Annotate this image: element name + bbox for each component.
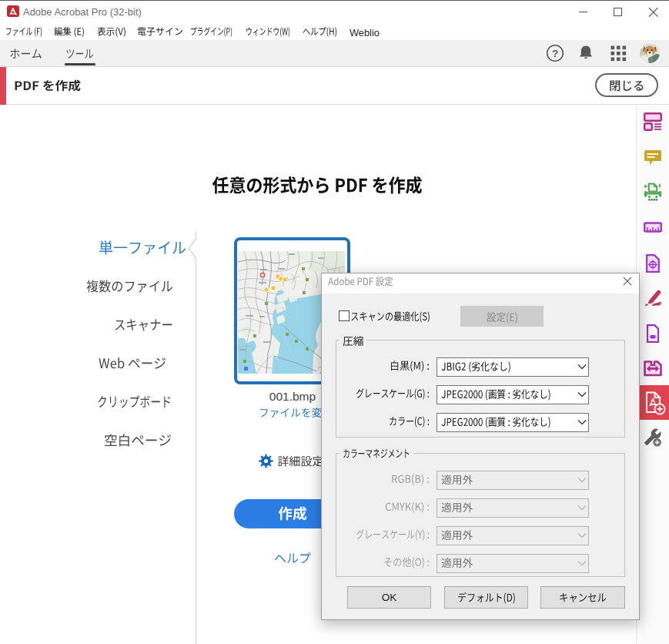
svg-text:?: ? [552,48,558,59]
